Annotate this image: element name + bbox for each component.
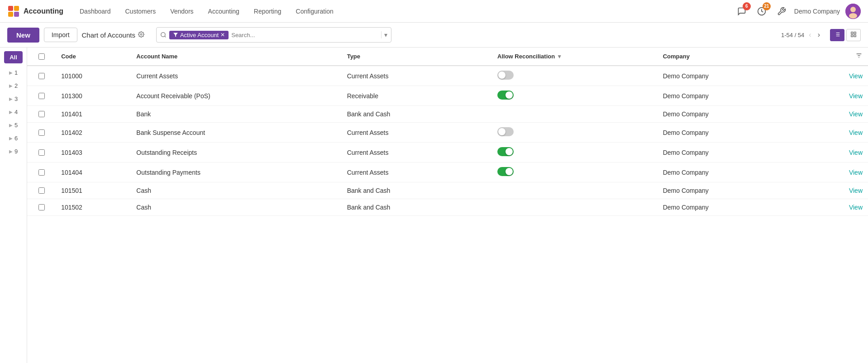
next-page-button[interactable]: ›: [816, 30, 822, 40]
header-company[interactable]: Company: [658, 48, 808, 66]
column-settings-icon[interactable]: [855, 52, 863, 59]
row-4-view-link[interactable]: View: [849, 149, 863, 156]
messages-button[interactable]: 6: [734, 4, 749, 19]
row-0-view-cell: View: [808, 66, 868, 86]
new-button[interactable]: New: [7, 28, 39, 43]
row-0-view-link[interactable]: View: [849, 72, 863, 80]
header-account-name[interactable]: Account Name: [131, 48, 341, 66]
user-avatar[interactable]: [845, 4, 861, 19]
filter-icon: [173, 32, 178, 38]
sidebar-group-1[interactable]: ▶ 1: [0, 67, 27, 78]
search-input[interactable]: [231, 32, 378, 38]
row-1-toggle-track[interactable]: [497, 91, 514, 100]
header-reconcile[interactable]: Allow Reconciliation ▼: [492, 48, 658, 66]
row-4-toggle[interactable]: [497, 147, 514, 156]
sidebar-arrow-1: ▶: [9, 70, 13, 75]
tools-button[interactable]: [774, 4, 789, 19]
sidebar: All ▶ 1 ▶ 2 ▶ 3 ▶ 4 ▶ 5 ▶ 6 ▶ 9: [0, 48, 27, 363]
row-0-toggle-track[interactable]: [497, 71, 514, 80]
messages-badge: 6: [743, 2, 751, 10]
row-0-toggle[interactable]: [497, 71, 514, 80]
row-7-checkbox-cell: [27, 199, 56, 216]
sidebar-all[interactable]: All: [4, 51, 23, 63]
row-6-checkbox[interactable]: [38, 187, 45, 194]
row-5-toggle[interactable]: [497, 167, 514, 176]
row-6-name: Cash: [131, 182, 341, 199]
active-account-filter[interactable]: Active Account ✕: [169, 31, 229, 39]
sidebar-label-2: 2: [14, 82, 18, 89]
sidebar-group-9[interactable]: ▶ 9: [0, 146, 27, 157]
kanban-view-button[interactable]: [846, 29, 861, 41]
sidebar-group-6[interactable]: ▶ 6: [0, 133, 27, 144]
header-code[interactable]: Code: [56, 48, 131, 66]
nav-customers[interactable]: Customers: [120, 4, 162, 19]
sidebar-arrow-9: ▶: [9, 149, 13, 154]
row-6-reconcile: [492, 182, 658, 199]
row-3-view-link[interactable]: View: [849, 129, 863, 136]
activity-button[interactable]: 21: [754, 4, 769, 19]
row-5-view-link[interactable]: View: [849, 169, 863, 176]
nav-accounting[interactable]: Accounting: [203, 4, 245, 19]
page-title-text: Chart of Accounts: [82, 31, 135, 39]
row-7-view-link[interactable]: View: [849, 204, 863, 211]
sidebar-label-1: 1: [14, 69, 18, 76]
sort-icon: ▼: [557, 53, 562, 60]
row-1-toggle[interactable]: [497, 91, 514, 100]
row-5-toggle-track[interactable]: [497, 167, 514, 176]
row-1-view-link[interactable]: View: [849, 92, 863, 100]
sidebar-group-5[interactable]: ▶ 5: [0, 119, 27, 131]
accounts-table-container: Code Account Name Type: [27, 48, 868, 363]
row-7-checkbox[interactable]: [38, 204, 45, 210]
row-7-company: Demo Company: [658, 199, 808, 216]
sidebar-group-2[interactable]: ▶ 2: [0, 80, 27, 91]
search-dropdown-button[interactable]: ▾: [381, 31, 387, 38]
row-0-code: 101000: [56, 66, 131, 86]
row-3-toggle-track[interactable]: [497, 127, 514, 136]
company-name[interactable]: Demo Company: [794, 8, 840, 15]
svg-rect-0: [8, 6, 13, 11]
app-logo[interactable]: Accounting: [7, 5, 63, 18]
pagination-text: 1-54 / 54: [781, 32, 804, 38]
row-7-name: Cash: [131, 199, 341, 216]
list-view-button[interactable]: [830, 29, 844, 41]
sidebar-label-5: 5: [14, 122, 18, 129]
sidebar-group-3[interactable]: ▶ 3: [0, 93, 27, 105]
row-6-code: 101501: [56, 182, 131, 199]
settings-gear-button[interactable]: [138, 31, 144, 39]
row-3-toggle-thumb: [498, 128, 506, 135]
prev-page-button[interactable]: ‹: [807, 30, 813, 40]
row-7-code: 101502: [56, 199, 131, 216]
row-3-view-cell: View: [808, 123, 868, 143]
nav-dashboard[interactable]: Dashboard: [74, 4, 116, 19]
sidebar-label-6: 6: [14, 135, 18, 142]
row-0-checkbox[interactable]: [38, 73, 45, 79]
row-6-view-cell: View: [808, 182, 868, 199]
row-5-name: Outstanding Payments: [131, 162, 341, 182]
row-3-toggle[interactable]: [497, 127, 514, 136]
svg-point-6: [850, 7, 856, 12]
row-2-checkbox[interactable]: [38, 111, 45, 117]
row-6-view-link[interactable]: View: [849, 187, 863, 194]
sidebar-label-9: 9: [14, 148, 18, 155]
row-0-checkbox-cell: [27, 66, 56, 86]
row-4-toggle-track[interactable]: [497, 147, 514, 156]
row-5-company: Demo Company: [658, 162, 808, 182]
nav-reporting[interactable]: Reporting: [248, 4, 287, 19]
row-2-view-link[interactable]: View: [849, 110, 863, 118]
accounts-table: Code Account Name Type: [27, 48, 868, 216]
app-name-label: Accounting: [24, 7, 63, 15]
sidebar-group-4[interactable]: ▶ 4: [0, 106, 27, 118]
select-all-checkbox[interactable]: [38, 53, 45, 60]
row-5-checkbox[interactable]: [38, 169, 45, 176]
row-4-company: Demo Company: [658, 143, 808, 162]
filter-close-button[interactable]: ✕: [220, 32, 225, 38]
svg-rect-18: [851, 32, 853, 33]
row-1-checkbox[interactable]: [38, 93, 45, 99]
nav-vendors[interactable]: Vendors: [165, 4, 199, 19]
row-3-checkbox[interactable]: [38, 129, 45, 136]
import-button[interactable]: Import: [44, 28, 77, 42]
header-type[interactable]: Type: [342, 48, 492, 66]
nav-configuration[interactable]: Configuration: [291, 4, 339, 19]
row-4-checkbox[interactable]: [38, 149, 45, 156]
svg-rect-3: [14, 12, 19, 17]
